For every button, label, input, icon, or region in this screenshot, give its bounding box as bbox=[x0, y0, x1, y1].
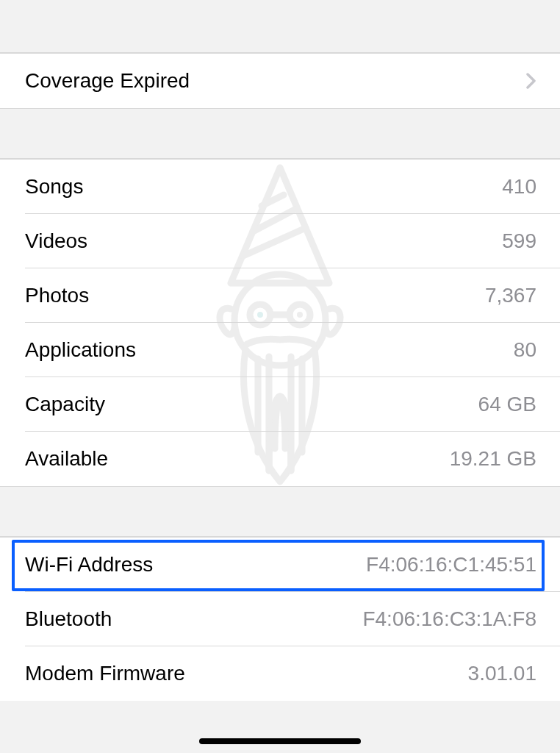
wifi-address-row[interactable]: Wi-Fi Address F4:06:16:C1:45:51 bbox=[0, 538, 560, 592]
section-gap-mid2 bbox=[0, 487, 560, 537]
wifi-value: F4:06:16:C1:45:51 bbox=[366, 553, 536, 577]
capacity-row[interactable]: Capacity 64 GB bbox=[0, 377, 560, 432]
songs-row[interactable]: Songs 410 bbox=[0, 160, 560, 214]
section-gap-top bbox=[0, 0, 560, 53]
available-label: Available bbox=[25, 447, 108, 471]
available-value: 19.21 GB bbox=[450, 447, 536, 471]
coverage-label: Coverage Expired bbox=[25, 69, 190, 93]
bluetooth-value: F4:06:16:C3:1A:F8 bbox=[362, 607, 536, 631]
network-section: Wi-Fi Address F4:06:16:C1:45:51 Bluetoot… bbox=[0, 537, 560, 701]
media-section: Songs 410 Videos 599 Photos 7,367 Applic… bbox=[0, 159, 560, 487]
photos-value: 7,367 bbox=[485, 284, 536, 307]
capacity-label: Capacity bbox=[25, 393, 105, 416]
section-gap-mid1 bbox=[0, 109, 560, 159]
capacity-value: 64 GB bbox=[478, 393, 536, 416]
modem-value: 3.01.01 bbox=[468, 662, 536, 685]
photos-row[interactable]: Photos 7,367 bbox=[0, 268, 560, 323]
applications-value: 80 bbox=[514, 338, 536, 362]
coverage-row[interactable]: Coverage Expired bbox=[0, 54, 560, 109]
videos-label: Videos bbox=[25, 229, 87, 253]
modem-firmware-row[interactable]: Modem Firmware 3.01.01 bbox=[0, 646, 560, 701]
chevron-right-icon bbox=[526, 73, 536, 89]
bluetooth-label: Bluetooth bbox=[25, 607, 112, 631]
videos-value: 599 bbox=[502, 229, 536, 253]
bluetooth-row[interactable]: Bluetooth F4:06:16:C3:1A:F8 bbox=[0, 592, 560, 646]
songs-label: Songs bbox=[25, 175, 83, 199]
coverage-section: Coverage Expired bbox=[0, 53, 560, 109]
coverage-right bbox=[520, 73, 536, 89]
videos-row[interactable]: Videos 599 bbox=[0, 214, 560, 268]
applications-label: Applications bbox=[25, 338, 136, 362]
home-indicator[interactable] bbox=[199, 738, 361, 744]
applications-row[interactable]: Applications 80 bbox=[0, 323, 560, 377]
available-row[interactable]: Available 19.21 GB bbox=[0, 432, 560, 487]
photos-label: Photos bbox=[25, 284, 89, 307]
wifi-label: Wi-Fi Address bbox=[25, 553, 153, 577]
modem-label: Modem Firmware bbox=[25, 662, 185, 685]
songs-value: 410 bbox=[502, 175, 536, 199]
